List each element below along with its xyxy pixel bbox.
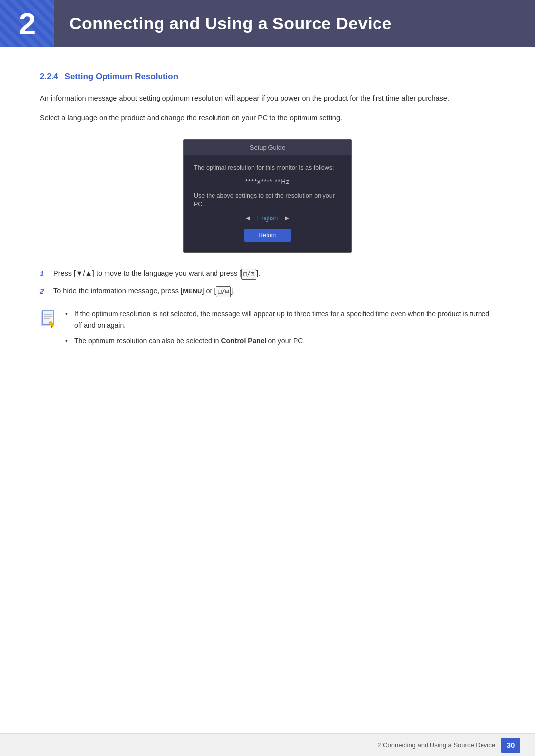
dialog-wrapper: Setup Guide The optimal resolution for t…: [40, 139, 495, 253]
dialog-title: Setup Guide: [184, 140, 351, 155]
step-2: 2 To hide the information message, press…: [40, 285, 495, 298]
steps-section: 1 Press [▼/▲] to move to the language yo…: [40, 268, 495, 298]
footer-text: 2 Connecting and Using a Source Device: [377, 741, 495, 749]
paragraph-2: Select a language on the product and cha…: [40, 112, 495, 124]
step-1-num: 1: [40, 268, 54, 280]
step-2-num: 2: [40, 285, 54, 298]
dialog-language-row: ◄ English ►: [194, 214, 341, 222]
chapter-number: 2: [19, 6, 36, 41]
footer-page-number: 30: [501, 738, 520, 753]
paragraph-1: An information message about setting opt…: [40, 93, 495, 104]
setup-dialog: Setup Guide The optimal resolution for t…: [183, 139, 352, 253]
step-1-text: Press [▼/▲] to move to the language you …: [54, 268, 260, 280]
dialog-line1: The optimal resolution for this monitor …: [194, 163, 341, 173]
arrow-right-icon: ►: [284, 214, 290, 222]
footer: 2 Connecting and Using a Source Device 3…: [0, 733, 535, 756]
note-section: If the optimum resolution is not selecte…: [40, 308, 495, 351]
dialog-body: The optimal resolution for this monitor …: [184, 155, 351, 252]
note-icon: [40, 309, 58, 328]
dialog-resolution: ****x**** **Hz: [194, 178, 341, 185]
section-title: Setting Optimum Resolution: [65, 72, 179, 81]
step-2-text: To hide the information message, press […: [54, 285, 235, 297]
section-number: 2.2.4: [40, 72, 58, 81]
return-button[interactable]: Return: [244, 229, 291, 242]
dialog-line2: Use the above settings to set the resolu…: [194, 191, 341, 210]
section-heading: 2.2.4 Setting Optimum Resolution: [40, 72, 495, 82]
note-item-2: The optimum resolution can also be selec…: [65, 335, 495, 347]
dialog-language: English: [257, 214, 278, 222]
chapter-header: 2 Connecting and Using a Source Device: [0, 0, 535, 47]
arrow-left-icon: ◄: [245, 214, 251, 222]
step-1: 1 Press [▼/▲] to move to the language yo…: [40, 268, 495, 280]
chapter-title: Connecting and Using a Source Device: [54, 14, 392, 33]
main-content: 2.2.4 Setting Optimum Resolution An info…: [0, 47, 535, 390]
chapter-number-box: 2: [0, 0, 54, 47]
note-item-1: If the optimum resolution is not selecte…: [65, 308, 495, 331]
note-bullets: If the optimum resolution is not selecte…: [65, 308, 495, 351]
